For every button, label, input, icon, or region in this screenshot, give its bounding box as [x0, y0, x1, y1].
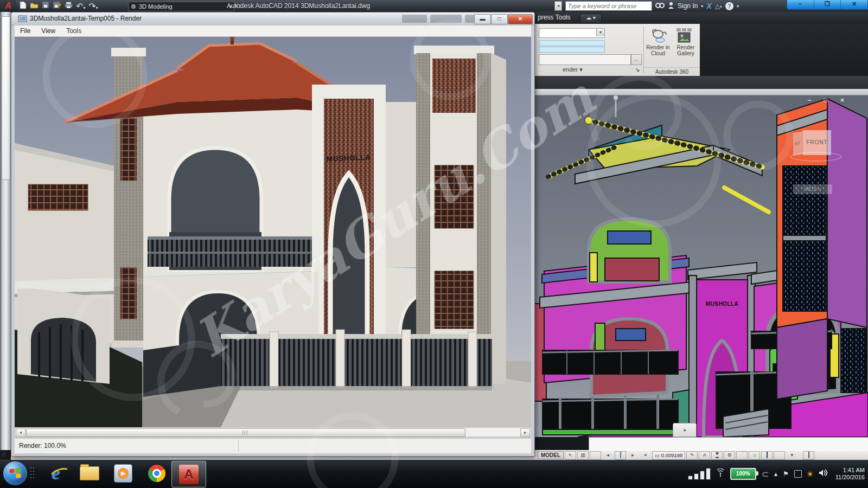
annotation-edit-icon[interactable]: ✎ [686, 451, 698, 460]
scroll-thumb[interactable] [26, 428, 465, 437]
browse-button[interactable]: ... [631, 54, 642, 65]
steering-wheel-icon[interactable]: ● [640, 451, 651, 460]
volume-icon[interactable] [819, 469, 828, 479]
drawing-viewport[interactable]: MUSHOLLA − □ × BT FRONT WCS ▿ ▴ [534, 89, 868, 437]
scroll-left-icon[interactable]: ◂ [16, 428, 25, 437]
tab-express-tools[interactable]: press Tools [538, 14, 570, 21]
render-horizontal-scrollbar[interactable]: ◂ ▸ [15, 427, 531, 437]
taskbar-internet-explorer[interactable]: e [46, 463, 66, 484]
start-button[interactable] [3, 461, 27, 485]
model-space-button[interactable]: MODEL [538, 451, 564, 459]
sign-in-dropdown-icon[interactable]: ▾ [701, 4, 703, 9]
device-icon[interactable] [794, 470, 802, 478]
render-minimize-button[interactable]: ▬ [474, 14, 491, 24]
menu-view[interactable]: View [36, 27, 61, 35]
ribbon-lower-edge [534, 76, 868, 89]
windows-flag-icon [9, 468, 21, 479]
render-preset-combobox[interactable]: ▾ [539, 28, 605, 38]
hidden-icons-arrow[interactable]: ▴ [774, 470, 777, 478]
render-quality-slider[interactable] [539, 40, 605, 46]
coordinate-display[interactable]: ▭ 0.009198 [652, 451, 685, 460]
viewport-scrollbar-fragment[interactable]: ▴ [673, 423, 697, 437]
signal-strength-icon[interactable] [688, 468, 711, 480]
render-restore-button[interactable]: □ [491, 14, 508, 24]
ribbon-tab-row: press Tools ☁ ▾ [534, 12, 868, 24]
cursor-icon[interactable]: ↖ [565, 451, 576, 460]
render-gallery-icon[interactable] [675, 27, 693, 46]
render-window-titlebar[interactable]: 3DMusholla2Lantai-Temp005 - Render ▬ □ ✕ [11, 12, 534, 25]
ghost-ribbon-tab [430, 15, 462, 23]
gear-workspace-icon[interactable]: ⚙ [724, 451, 735, 460]
balcony-railing [148, 236, 313, 267]
scroll-right-icon[interactable]: ▸ [520, 428, 530, 437]
taskbar-pin-dots [30, 467, 36, 480]
window-controls: − ❐ ✕ [787, 0, 868, 10]
nav-left-icon[interactable]: ◂ [602, 451, 614, 460]
status-divider [238, 440, 239, 452]
render-menubar: File View Tools [14, 25, 532, 37]
render-gallery-label[interactable]: RenderGallery [673, 44, 698, 56]
menu-tools[interactable]: Tools [61, 27, 87, 35]
taskbar-media-player[interactable]: ▶ [113, 463, 133, 484]
quick-view-layouts-icon[interactable]: ▥ [577, 451, 589, 460]
nav-right-icon[interactable]: ▸ [627, 451, 639, 460]
user-icon [668, 2, 674, 10]
search-input[interactable] [565, 1, 652, 11]
render-exposure-slider[interactable] [539, 47, 605, 53]
autocad-titlebar: A ↶▾ ↷▾ ⚙ 3D Modeling ▾ ▾ Autodesk AutoC… [0, 0, 868, 12]
viewcube[interactable]: BT FRONT [793, 128, 837, 160]
viewcube-compass-ring[interactable] [790, 152, 842, 162]
annotation-scale-icon[interactable]: A [699, 451, 710, 460]
render-window-title: 3DMusholla2Lantai-Temp005 - Render [30, 12, 142, 24]
help-button[interactable]: ? [725, 2, 733, 10]
hardware-accel-icon[interactable]: ☼ [749, 451, 760, 460]
taskbar-chrome[interactable] [146, 463, 167, 484]
autodesk-360-panel-label[interactable]: Autodesk 360 [644, 67, 700, 75]
minimize-button[interactable]: − [787, 0, 814, 9]
lightbulb-icon[interactable] [774, 451, 785, 460]
help-dropdown-icon[interactable]: ▾ [737, 4, 739, 9]
wcs-menu[interactable]: WCS ▿ [793, 184, 832, 194]
window-title: Autodesk AutoCAD 2014 3DMusholla2Lantai.… [0, 0, 597, 12]
render-statusbar: Render: 100.0% [15, 438, 531, 453]
infocenter-collapse-button[interactable]: ◂ [554, 1, 562, 11]
render-in-cloud-icon[interactable] [649, 27, 668, 46]
system-tray: 100% ⊂ ▴ ⚑ ✶ 1:41 AM 11/20/2016 [688, 460, 865, 488]
isolate-objects-icon[interactable] [761, 451, 773, 460]
sign-in-button[interactable]: Sign In [678, 2, 698, 10]
search-icon[interactable] [655, 2, 665, 10]
cloud-menu-button[interactable]: ☁ ▾ [580, 14, 602, 23]
antenna-icon[interactable] [716, 468, 725, 479]
clock[interactable]: 1:41 AM 11/20/2016 [835, 467, 865, 481]
taskbar-explorer[interactable] [79, 463, 100, 484]
menu-file[interactable]: File [15, 27, 36, 35]
tool-palette-strip[interactable] [0, 12, 11, 450]
render-image: MUSHOLLA [15, 37, 531, 427]
taskbar-autocad-active[interactable]: A [171, 461, 206, 487]
render-output-field[interactable] [539, 54, 631, 65]
update-starburst-icon[interactable]: ✶ [807, 470, 813, 478]
autocad-icon: A [179, 465, 199, 484]
minaret-tower [414, 46, 506, 384]
action-center-flag-icon[interactable]: ⚑ [783, 470, 789, 478]
restore-button[interactable]: ❐ [814, 0, 841, 9]
viewport-building-sign: MUSHOLLA [706, 301, 739, 307]
status-menu-icon[interactable]: ▾ [786, 451, 797, 460]
exchange-apps-icon[interactable]: X [706, 2, 711, 10]
quick-view-drawings-icon[interactable] [615, 451, 626, 460]
render-in-cloud-label[interactable]: Render inCloud [644, 44, 672, 56]
autodesk-360-panel: Render inCloud RenderGallery Autodesk 36… [644, 24, 700, 76]
drawing-window-controls[interactable]: − □ × [807, 97, 850, 104]
battery-indicator[interactable]: 100% [730, 468, 756, 480]
autodesk360-icon[interactable]: △▾ [715, 2, 722, 10]
lock-icon[interactable] [736, 451, 748, 460]
close-button[interactable]: ✕ [841, 0, 867, 9]
render-close-button[interactable]: ✕ [508, 14, 533, 24]
ribbon-render-panel: ▾ ... ender ▾ ↘ Render inCloud RenderGal… [534, 24, 700, 76]
clean-screen-icon[interactable] [803, 451, 814, 460]
power-plug-icon[interactable]: ⊂ [762, 469, 769, 479]
render-window: 3DMusholla2Lantai-Temp005 - Render ▬ □ ✕… [11, 12, 535, 457]
blank-toggle[interactable] [590, 451, 601, 460]
command-line[interactable] [589, 437, 868, 451]
annotation-visibility-icon[interactable] [711, 451, 723, 460]
